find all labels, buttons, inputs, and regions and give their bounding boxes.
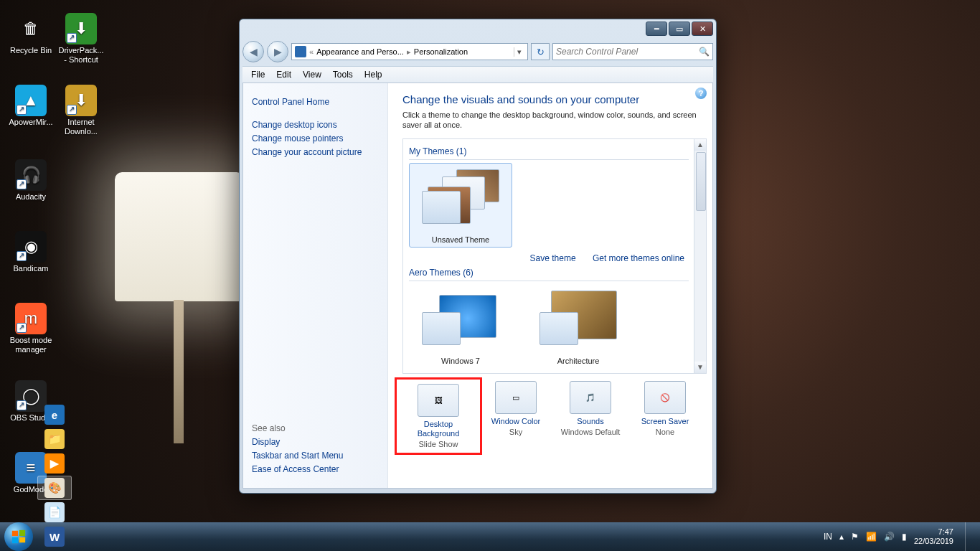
theme-unsaved[interactable]: Unsaved Theme — [409, 163, 512, 248]
theme-windows-7[interactable]: Windows 7 — [409, 284, 512, 369]
desktop-icon-boost[interactable]: m↗Boost mode manager — [6, 303, 56, 354]
menu-view[interactable]: View — [297, 68, 327, 81]
see-also-link-ease-of-access-center[interactable]: Ease of Access Center — [252, 464, 379, 474]
setting-sounds[interactable]: 🎵SoundsWindows Default — [553, 381, 628, 451]
taskbar-explorer[interactable]: 📁 — [37, 427, 72, 451]
breadcrumb-seg1[interactable]: Appearance and Perso... — [314, 47, 407, 56]
action-center-icon[interactable]: ⚑ — [851, 532, 859, 542]
help-icon[interactable]: ? — [695, 88, 707, 99]
control-panel-icon — [295, 46, 306, 57]
tray-chevron-icon[interactable]: ▴ — [839, 532, 844, 542]
desktop-icon-label: DriverPack... - Shortcut — [56, 46, 106, 65]
setting-icon: ▭ — [495, 381, 537, 414]
setting-title: Window Color — [479, 417, 553, 426]
taskbar-word[interactable]: W — [37, 524, 72, 549]
desktop-icon-internet[interactable]: ⬇↗Internet Downlo... — [56, 85, 106, 136]
menu-edit[interactable]: Edit — [270, 68, 297, 81]
shortcut-arrow-icon: ↗ — [17, 251, 27, 261]
search-input[interactable]: Search Control Panel 🔍 — [552, 43, 713, 60]
refresh-button[interactable]: ↻ — [531, 43, 550, 60]
back-button[interactable]: ◀ — [242, 41, 264, 62]
battery-icon[interactable]: ▮ — [902, 532, 907, 542]
setting-value: Windows Default — [553, 428, 628, 436]
main-panel: ? Change the visuals and sounds on your … — [388, 83, 712, 488]
nav-bar: ◀ ▶ « Appearance and Perso... ▸ Personal… — [242, 40, 713, 63]
titlebar[interactable]: ━ ▭ ✕ — [240, 19, 716, 40]
scroll-down-button[interactable]: ▼ — [694, 362, 706, 373]
maximize-button[interactable]: ▭ — [669, 22, 690, 36]
close-button[interactable]: ✕ — [692, 22, 713, 36]
volume-icon[interactable]: 🔊 — [884, 532, 895, 542]
desktop-icon-label: Recycle Bin — [6, 46, 56, 55]
scroll-up-button[interactable]: ▲ — [694, 139, 706, 151]
setting-window[interactable]: ▭Window ColorSky — [479, 381, 553, 451]
theme-architecture[interactable]: Architecture — [527, 284, 630, 369]
setting-icon: 🎵 — [570, 381, 611, 414]
setting-screen[interactable]: 🚫Screen SaverNone — [628, 381, 702, 451]
desktop-icon-recycle[interactable]: 🗑Recycle Bin — [6, 13, 56, 55]
taskbar-media-player[interactable]: ▶ — [37, 451, 72, 476]
minimize-button[interactable]: ━ — [646, 22, 667, 36]
scroll-thumb[interactable] — [696, 152, 706, 211]
taskbar-paint[interactable]: 🎨 — [37, 476, 72, 500]
svg-rect-3 — [19, 537, 25, 542]
get-more-themes-link[interactable]: Get more themes online — [593, 253, 684, 263]
desktop-icon-driverpack[interactable]: ⬇↗DriverPack... - Shortcut — [56, 13, 106, 65]
search-icon[interactable]: 🔍 — [699, 47, 710, 57]
taskbar-ie[interactable]: e — [37, 402, 72, 427]
start-button[interactable] — [4, 522, 33, 551]
forward-button[interactable]: ▶ — [267, 41, 288, 62]
setting-title: Sounds — [553, 417, 628, 426]
system-tray[interactable]: IN ▴ ⚑ 📶 🔊 ▮ 7:47 22/03/2019 — [824, 522, 976, 551]
see-also-link-taskbar-and-start-menu[interactable]: Taskbar and Start Menu — [252, 451, 379, 461]
theme-label: Windows 7 — [413, 357, 509, 365]
show-desktop-button[interactable] — [965, 522, 973, 551]
shortcut-arrow-icon: ↗ — [17, 400, 27, 410]
menu-tools[interactable]: Tools — [327, 68, 359, 81]
breadcrumb-seg2[interactable]: Personalization — [411, 47, 471, 56]
setting-icon: 🚫 — [644, 381, 686, 414]
setting-value: None — [628, 428, 702, 436]
sidebar-link-change-mouse-pointers[interactable]: Change mouse pointers — [252, 133, 379, 143]
my-themes-header: My Themes (1) — [409, 145, 689, 160]
theme-label: Architecture — [530, 357, 626, 365]
setting-value: Slide Show — [401, 440, 476, 448]
taskbar[interactable]: e📁▶🎨📄W◯🦊Ps◉≡ IN ▴ ⚑ 📶 🔊 ▮ 7:47 22/03/201… — [0, 522, 980, 551]
network-icon[interactable]: 📶 — [866, 532, 877, 542]
sidebar-link-change-your-account-picture[interactable]: Change your account picture — [252, 147, 379, 157]
desktop-icon-label: Bandicam — [6, 264, 56, 273]
themes-list: My Themes (1) Unsaved Theme S — [402, 138, 707, 374]
page-heading: Change the visuals and sounds on your co… — [402, 93, 698, 105]
desktop[interactable]: 🗑Recycle Bin⬇↗DriverPack... - Shortcut▲↗… — [0, 0, 980, 551]
menu-bar: FileEditViewToolsHelp — [242, 66, 713, 83]
shortcut-arrow-icon: ↗ — [17, 323, 27, 333]
taskbar-notepad[interactable]: 📄 — [37, 500, 72, 524]
sidebar: Control Panel Home Change desktop iconsC… — [243, 83, 388, 488]
desktop-icon-audacity[interactable]: 🎧↗Audacity — [6, 159, 56, 202]
save-theme-link[interactable]: Save theme — [530, 253, 576, 263]
desktop-icon-apowermir[interactable]: ▲↗ApowerMir... — [6, 85, 56, 127]
sidebar-link-change-desktop-icons[interactable]: Change desktop icons — [252, 120, 379, 130]
desktop-icon-label: ApowerMir... — [6, 118, 56, 127]
setting-icon: 🖼 — [418, 384, 459, 417]
desktop-icon-label: Audacity — [6, 192, 56, 202]
setting-value: Sky — [479, 428, 553, 436]
see-also-link-display[interactable]: Display — [252, 437, 379, 447]
breadcrumb-dropdown[interactable]: ▾ — [514, 47, 524, 57]
themes-scrollbar[interactable]: ▲ ▼ — [694, 139, 706, 373]
setting-desktop[interactable]: 🖼DesktopBackgroundSlide Show — [398, 381, 479, 451]
control-panel-home-link[interactable]: Control Panel Home — [252, 97, 379, 107]
see-also-label: See also — [252, 423, 379, 433]
desktop-icon-bandicam[interactable]: ◉↗Bandicam — [6, 231, 56, 273]
svg-rect-0 — [12, 531, 18, 536]
address-bar[interactable]: « Appearance and Perso... ▸ Personalizat… — [291, 43, 528, 60]
menu-file[interactable]: File — [245, 68, 270, 81]
menu-help[interactable]: Help — [359, 68, 388, 81]
personalization-window: ━ ▭ ✕ ◀ ▶ « Appearance and Perso... ▸ Pe… — [239, 19, 717, 494]
page-subtext: Click a theme to change the desktop back… — [402, 110, 698, 130]
setting-title: DesktopBackground — [401, 420, 476, 438]
language-indicator[interactable]: IN — [824, 532, 832, 542]
clock[interactable]: 7:47 22/03/2019 — [914, 527, 953, 546]
clock-date: 22/03/2019 — [914, 537, 953, 546]
theme-settings-row: 🖼DesktopBackgroundSlide Show▭Window Colo… — [388, 374, 712, 454]
